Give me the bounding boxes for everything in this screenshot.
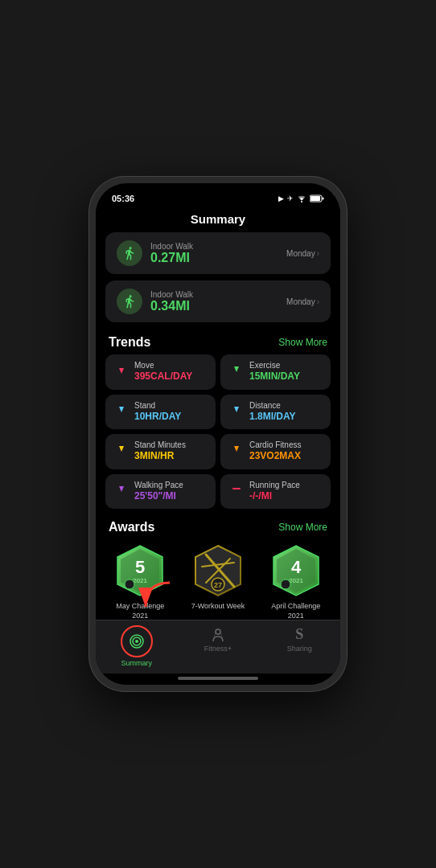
activity-card-1[interactable]: Indoor Walk 0.27MI Monday › [105,232,331,274]
workout-week-badge: 27 [190,542,246,599]
sharing-tab-icon: S [290,625,308,643]
activity-info-1: Indoor Walk 0.27MI [150,242,278,265]
stand-icon [113,401,130,417]
svg-point-9 [125,579,134,589]
award-april-challenge[interactable]: 4 2021 April Challenge2021 [261,542,331,620]
trends-header: Trends Show More [96,329,340,354]
walk-icon-2 [117,289,142,314]
home-indicator [178,677,258,680]
tab-sharing[interactable]: S Sharing [259,625,340,667]
phone-frame: 05:36 ▶ ✈ Summary [89,177,347,691]
status-time: 05:36 [112,194,134,203]
cardio-icon [228,440,245,457]
walk-icon-1 [117,240,142,266]
awards-row: 5 2021 May Challenge2021 [96,539,340,620]
home-indicator-area [96,674,340,685]
walking-pace-icon [113,481,130,497]
chevron-icon-1: › [317,249,319,258]
trend-walk-pace-label: Walking Pace [134,481,208,490]
trend-move[interactable]: Move 395CAL/DAY [105,354,216,390]
awards-header: Awards Show More [96,514,340,539]
summary-tab-label: Summary [121,659,152,667]
svg-text:5: 5 [135,557,145,577]
tab-fitness[interactable]: Fitness+ [177,625,258,667]
trend-stand-minutes[interactable]: Stand Minutes 3MIN/HR [105,434,216,469]
svg-rect-4 [232,488,241,489]
location-icon: ▶ [278,194,284,203]
trend-cardio-value: 23VO2MAX [249,450,323,463]
trend-run-pace-label: Running Pace [249,481,323,490]
running-pace-icon [228,481,245,497]
april-challenge-label: April Challenge2021 [271,602,320,620]
wifi-icon [297,194,306,203]
svg-rect-3 [311,196,320,201]
svg-point-20 [281,579,290,589]
phone-screen: 05:36 ▶ ✈ Summary [96,183,340,685]
svg-text:2021: 2021 [289,577,303,584]
distance-icon [228,401,245,417]
trend-distance[interactable]: Distance 1.8MI/DAY [220,395,331,430]
april-challenge-badge: 4 2021 [268,542,324,599]
trend-exercise-label: Exercise [249,361,323,371]
trend-run-pace-value: -/-/MI [249,490,323,503]
activity-card-2[interactable]: Indoor Walk 0.34MI Monday › [105,280,331,322]
fitness-tab-label: Fitness+ [204,645,232,653]
activity-meta-1: Monday › [286,249,319,258]
activity-type-1: Indoor Walk [150,242,278,251]
chevron-icon-2: › [317,297,319,306]
trends-grid: Move 395CAL/DAY Exercise 15MIN/DAY [105,354,331,509]
page-title: Summary [96,209,340,232]
trend-stand[interactable]: Stand 10HR/DAY [105,395,216,430]
trend-exercise-value: 15MIN/DAY [249,371,323,383]
trend-move-value: 395CAL/DAY [134,371,208,383]
svg-point-25 [216,629,220,634]
fitness-tab-icon [209,625,227,643]
trend-cardio[interactable]: Cardio Fitness 23VO2MAX [220,434,331,469]
activity-info-2: Indoor Walk 0.34MI [150,290,278,313]
svg-rect-2 [323,198,324,200]
svg-text:27: 27 [214,581,222,589]
trend-cardio-label: Cardio Fitness [249,440,323,450]
activity-value-1: 0.27MI [150,251,278,265]
trends-show-more[interactable]: Show More [278,337,327,348]
trend-exercise[interactable]: Exercise 15MIN/DAY [220,354,331,390]
trend-distance-value: 1.8MI/DAY [249,411,323,424]
trend-stand-label: Stand [134,401,208,411]
activity-type-2: Indoor Walk [150,290,278,299]
trend-move-label: Move [134,361,208,371]
svg-point-24 [135,640,138,643]
awards-title: Awards [109,520,155,534]
awards-show-more[interactable]: Show More [278,522,327,533]
trend-stand-value: 10HR/DAY [134,411,208,424]
svg-point-0 [301,201,302,203]
battery-icon [310,194,324,203]
exercise-icon [228,361,245,377]
trends-title: Trends [109,335,150,350]
trend-walk-pace-value: 25'50"/MI [134,490,208,503]
sharing-tab-label: Sharing [287,645,312,653]
content-area: Summary Indoor Walk 0.27MI Monday › [96,209,340,620]
move-icon [113,361,130,377]
trend-distance-label: Distance [249,401,323,411]
notch [174,183,262,201]
workout-week-label: 7-Workout Week [191,602,245,612]
svg-text:4: 4 [291,557,302,577]
trend-walking-pace[interactable]: Walking Pace 25'50"/MI [105,474,216,510]
status-icons: ▶ ✈ [278,194,324,203]
tab-bar: Summary Fitness+ S Sharing [96,620,340,674]
airplane-icon: ✈ [287,194,294,203]
trend-running-pace[interactable]: Running Pace -/-/MI [220,474,331,510]
trend-stand-min-label: Stand Minutes [134,440,208,450]
summary-tab-icon [128,633,146,650]
red-arrow-indicator [138,579,178,622]
activity-meta-2: Monday › [286,297,319,306]
tab-summary[interactable]: Summary [96,625,177,667]
award-workout-week[interactable]: 27 7-Workout Week [183,542,253,620]
activity-value-2: 0.34MI [150,299,278,313]
trend-stand-min-value: 3MIN/HR [134,450,208,463]
stand-minutes-icon [113,440,130,457]
